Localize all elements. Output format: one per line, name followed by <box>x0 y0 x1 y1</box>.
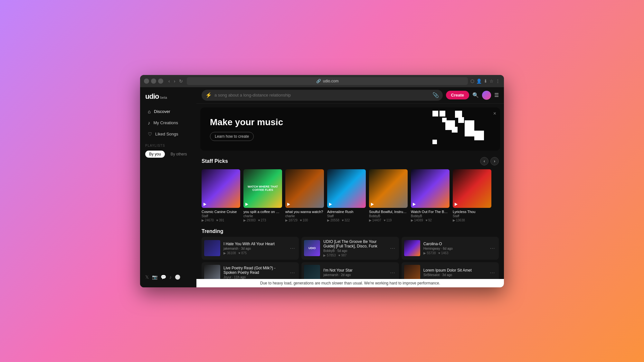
attach-icon: 📎 <box>432 92 439 98</box>
card-title: Lyricless Thou <box>453 210 491 214</box>
trending-section: I Hate You With All Your Heart jakemarsh… <box>196 237 504 279</box>
staff-picks-list: Cosmic Canine Cruise Staff ▶ 24670 ♥ 391… <box>196 168 504 226</box>
address-bar[interactable]: 🔗 udio.com <box>187 77 468 85</box>
card-title: Soulful Bowlful, Instrumental Hi... <box>369 210 408 214</box>
staff-pick-card[interactable]: WATCH WHERE THAT COFFEE FLIES you spilt … <box>243 169 282 222</box>
home-icon: ⌂ <box>148 109 151 114</box>
card-image <box>369 169 408 208</box>
trending-thumb <box>204 240 220 256</box>
play-count: ▶ 14089 <box>411 218 423 222</box>
trending-item[interactable]: Carolina-O Hemingway · 6d ago ▶ 55738 ♥ … <box>402 237 499 260</box>
trending-title: Trending <box>202 228 223 234</box>
logo-beta: beta <box>160 96 167 99</box>
staff-pick-card[interactable]: Lyricless Thou Staff ▶ 13638 <box>453 169 491 222</box>
tab-by-you[interactable]: By you <box>145 151 165 158</box>
top-bar: ⚡ 📎 Create 🔍 ☰ <box>196 87 504 104</box>
trending-item-stats: ▶ 57853 ♥ 987 <box>323 254 385 257</box>
card-artist: BobbyB <box>369 214 408 218</box>
sidebar-item-discover-label: Discover <box>154 109 170 114</box>
trending-thumb <box>304 265 320 279</box>
create-button[interactable]: Create <box>446 91 469 99</box>
play-count: ▶ 14407 <box>369 218 381 222</box>
back-button[interactable]: ‹ <box>167 78 171 84</box>
reddit-icon[interactable]: ⚪ <box>175 274 180 280</box>
status-message: Due to heavy load, generations are much … <box>260 281 440 285</box>
sidebar-item-liked-songs-label: Liked Songs <box>155 132 178 136</box>
music-note-icon: ♪ <box>148 120 150 125</box>
card-artist: BobbyB <box>411 214 450 218</box>
hero-banner: × Make your music Learn how to create <box>200 107 500 151</box>
trending-item[interactable]: I Hate You With All Your Heart jakemarsh… <box>202 237 299 260</box>
staff-pick-card[interactable]: what you wanna watch? charlie ▶ 18729 ♥ … <box>285 169 324 222</box>
more-options-icon[interactable]: ⋯ <box>389 244 396 253</box>
like-count: ♥ 100 <box>300 218 308 222</box>
trending-header: Trending <box>196 226 504 237</box>
card-stats: ▶ 29383 ♥ 273 <box>243 218 282 222</box>
staff-pick-card[interactable]: Soulful Bowlful, Instrumental Hi... Bobb… <box>369 169 408 222</box>
trending-item-meta: Joyur · 11h ago <box>223 275 285 279</box>
profile-icon: 👤 <box>476 79 482 84</box>
like-count: ♥ 273 <box>258 218 266 222</box>
trending-info: I'm Not Your Star jakemarsh · 2d ago <box>323 268 385 278</box>
trending-thumb: UDIO <box>304 240 320 256</box>
tab-by-others[interactable]: By others <box>167 151 191 158</box>
avatar[interactable] <box>482 91 491 100</box>
staff-pick-card[interactable]: Cosmic Canine Cruise Staff ▶ 24670 ♥ 391 <box>202 169 240 222</box>
trending-item-title: Lorem Ipsum Dolor Sit Amet <box>423 268 485 273</box>
tiktok-icon[interactable]: ♪ <box>169 274 172 280</box>
trending-item[interactable]: UDIO UDIO [Let The Groove Be Your Guide]… <box>301 237 399 260</box>
staff-picks-prev[interactable]: ‹ <box>480 157 488 165</box>
sidebar-item-liked-songs[interactable]: ♡ Liked Songs <box>143 129 194 140</box>
play-count: ▶ 18729 <box>285 218 298 222</box>
play-count: ▶ 29383 <box>243 218 256 222</box>
more-options-icon[interactable]: ⋯ <box>289 268 296 277</box>
card-artist: Staff <box>202 214 240 218</box>
trending-item-title: I'm Not Your Star <box>323 268 385 273</box>
sidebar-item-discover[interactable]: ⌂ Discover <box>143 106 194 117</box>
hero-cta-button[interactable]: Learn how to create <box>210 132 254 141</box>
hamburger-icon[interactable]: ☰ <box>494 92 499 98</box>
logo-text: udio <box>145 92 159 101</box>
staff-pick-card[interactable]: Adrenaline Rush Staff ▶ 20558 ♥ 322 <box>327 169 366 222</box>
staff-picks-next[interactable]: › <box>490 157 499 165</box>
card-artist: Staff <box>327 214 366 218</box>
sidebar-item-my-creations[interactable]: ♪ My Creations <box>143 117 194 128</box>
window-close-btn[interactable] <box>144 79 149 84</box>
discord-icon[interactable]: 💬 <box>161 274 166 280</box>
twitter-icon[interactable]: 𝕏 <box>145 274 149 280</box>
play-icon <box>287 203 290 206</box>
browser-window: ‹ › ↻ 🔗 udio.com ⬡ 👤 ⬇ ☆ ⋮ udio beta ⌂ D… <box>140 75 504 287</box>
more-options-icon[interactable]: ⋯ <box>488 268 496 277</box>
card-stats: ▶ 18729 ♥ 100 <box>285 218 324 222</box>
forward-button[interactable]: › <box>173 78 177 84</box>
download-icon: ⬇ <box>484 79 488 84</box>
search-input[interactable] <box>214 93 430 97</box>
browser-nav: ‹ › ↻ <box>167 78 184 84</box>
hero-close-button[interactable]: × <box>493 111 496 116</box>
trending-item[interactable]: Live Poetry Read (Got Milk?) - Spoken Po… <box>202 262 299 279</box>
like-count: ♥ 119 <box>384 218 392 222</box>
social-icons: 𝕏 📷 💬 ♪ ⚪ <box>140 271 196 283</box>
trending-item[interactable]: Lorem Ipsum Dolor Sit Amet SirBitesalot … <box>402 262 499 279</box>
more-options-icon[interactable]: ⋯ <box>488 244 496 253</box>
trending-info: Live Poetry Read (Got Milk?) - Spoken Po… <box>223 266 285 279</box>
staff-picks-title: Staff Picks <box>202 158 228 164</box>
trending-item-meta: BobbyB · 5d ago <box>323 249 385 253</box>
refresh-button[interactable]: ↻ <box>178 78 184 84</box>
window-maximize-btn[interactable] <box>158 79 163 84</box>
scroll-area[interactable]: × Make your music Learn how to create St… <box>196 104 504 279</box>
search-icon[interactable]: 🔍 <box>472 92 479 98</box>
instagram-icon[interactable]: 📷 <box>152 274 157 280</box>
more-options-icon[interactable]: ⋯ <box>389 268 396 277</box>
trending-info: Carolina-O Hemingway · 6d ago ▶ 55738 ♥ … <box>423 242 485 255</box>
window-minimize-btn[interactable] <box>151 79 156 84</box>
bookmark-icon: ☆ <box>489 79 494 84</box>
more-options-icon[interactable]: ⋯ <box>289 244 296 253</box>
card-artist: charlie <box>243 214 282 218</box>
trending-item-meta: jakemarsh · 2d ago <box>323 273 385 277</box>
card-stats: ▶ 20558 ♥ 322 <box>327 218 366 222</box>
trending-item[interactable]: I'm Not Your Star jakemarsh · 2d ago ⋯ <box>301 262 399 279</box>
staff-pick-card[interactable]: Watch Out For The Boogieman, ... BobbyB … <box>411 169 450 222</box>
logo: udio beta <box>140 91 196 106</box>
search-bar[interactable]: ⚡ 📎 <box>202 90 443 101</box>
